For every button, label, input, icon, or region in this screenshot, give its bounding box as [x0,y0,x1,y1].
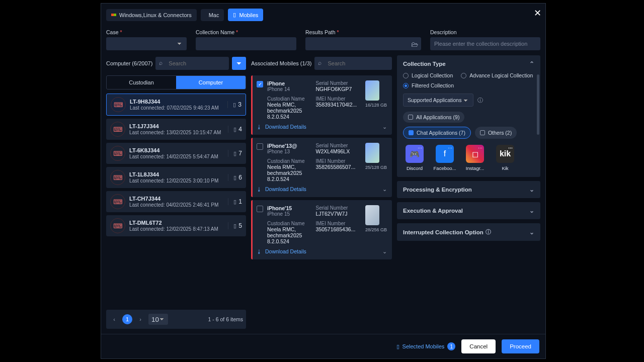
download-details-link[interactable]: ⭳Download Details ⌄ [257,248,387,254]
custodian-value: Neela RMC, bechmark2025 8.2.0.524 [267,226,312,244]
pager: ‹ 1 › 10 1 - 6 of 6 items [106,310,246,329]
computer-name: LT-6K8J344 [129,147,224,153]
computer-item[interactable]: ⌨ LT-1J7J344 Last connected: 13/02/2025 … [106,119,246,140]
serial-value: LJT62V7W7J [315,211,361,217]
mobile-item: ✓ iPhone iPhone 14 Serial Number NGHFO6K… [251,75,392,135]
modal-footer: ▯ Selected Mobiles 1 Cancel Proceed [101,334,545,358]
label-case: Case * [106,29,187,35]
collection-name-input[interactable] [196,37,296,50]
close-icon[interactable]: ✕ [534,8,541,19]
imei-value: 350571685436... [315,226,361,232]
mobile-model: iPhone 14 [267,86,312,92]
computer-header: Computer (6/2007) [106,60,152,66]
mobile-count: ▯4 [228,126,242,133]
computer-item[interactable]: ⌨ LT-6K8J344 Last connected: 14/02/2025 … [106,143,246,164]
info-icon[interactable]: ⓘ [477,97,483,104]
page-size-select[interactable]: 10 [148,314,168,325]
download-details-link[interactable]: ⭳Download Details ⌄ [257,124,387,130]
computer-date: Last connected: 13/02/2025 10:15:47 AM [129,129,224,136]
laptop-icon: ⌨ [110,146,125,161]
chip-all-apps[interactable]: All Applications (9) [403,112,464,123]
page-current[interactable]: 1 [122,314,132,324]
radio-filtered[interactable]: Filtered Collection [403,82,454,88]
tab-mobiles[interactable]: ▯ Mobiles [228,9,263,21]
mobile-checkbox[interactable] [257,206,263,212]
app-tile[interactable]: ⋯🎮 Discord [403,145,426,171]
execution-header[interactable]: Execution & Approval⌄ [397,202,540,219]
modal-frame: ✕ Windows,Linux & Connectors Mac ▯ Mobil… [101,3,546,359]
section-interrupted: Interrupted Collection Optionⓘ⌄ [397,223,540,241]
chevron-down-icon: ⌄ [529,207,534,214]
laptop-icon: ⌨ [111,97,126,112]
label-description: Description [430,29,540,35]
folder-icon[interactable]: 🗁 [411,40,418,48]
radio-advance[interactable]: Advance Logical Collection [461,72,533,78]
case-select[interactable] [106,37,187,50]
app-icon: ◻ [472,149,478,159]
mobile-checkbox[interactable]: ✓ [257,81,263,87]
computer-date: Last connected: 14/02/2025 5:54:47 AM [129,153,224,160]
mobile-icon: ▯ [233,199,236,205]
app-name: Discord [403,165,426,171]
segment-custodian[interactable]: Custodian [107,76,176,89]
supported-apps-select[interactable]: Supported Applications [403,94,473,107]
cancel-button[interactable]: Cancel [461,339,496,353]
download-icon: ⭳ [257,124,262,130]
app-tile[interactable]: ⋯kik Kik [494,145,517,171]
chevron-down-icon[interactable]: ⌄ [382,186,387,192]
app-name: Instagr... [463,165,487,171]
computer-item[interactable]: ⌨ LT-DML6T72 Last connected: 12/02/2025 … [106,215,246,236]
mobile-icon: ▯ [233,126,236,133]
section-processing: Processing & Encryption⌄ [397,181,540,198]
radio-logical[interactable]: Logical Collection [403,72,453,78]
chip-chat-apps[interactable]: Chat Applications (7) [403,127,471,139]
section-collection-type: Collection Type ⌃ Logical Collection Adv… [397,55,540,177]
imei-value: 35839341704I2... [315,102,361,108]
mobile-title: iPhone'13@ [267,143,312,149]
scrollbar-thumb[interactable] [537,74,539,135]
mobile-checkbox[interactable] [257,143,263,150]
computer-item[interactable]: ⌨ LT-CH7J344 Last connected: 04/02/2025 … [106,191,246,212]
chevron-down-icon[interactable]: ⌄ [382,248,387,254]
more-icon[interactable]: ⋯ [418,146,422,151]
chip-others[interactable]: Others (2) [475,127,517,139]
page-prev[interactable]: ‹ [109,314,119,324]
results-path-input[interactable] [305,37,421,50]
collection-type-header[interactable]: Collection Type ⌃ [397,55,540,72]
download-icon: ⭳ [257,186,262,192]
computer-item[interactable]: ⌨ LT-1L8J344 Last connected: 12/02/2025 … [106,167,246,188]
segment-computer[interactable]: Computer [176,76,246,89]
selected-mobiles-link[interactable]: ▯ Selected Mobiles 1 [396,342,456,350]
tab-label: Mobiles [239,12,258,18]
laptop-icon: ⌨ [110,122,125,137]
processing-header[interactable]: Processing & Encryption⌄ [397,181,540,198]
search-icon: ⌕ [159,59,163,66]
mobile-count: ▯7 [228,150,242,157]
tab-windows[interactable]: Windows,Linux & Connectors [106,9,197,21]
mobiles-search-input[interactable] [314,57,392,70]
proceed-button[interactable]: Proceed [502,339,539,353]
description-input[interactable] [430,37,540,50]
interrupted-header[interactable]: Interrupted Collection Optionⓘ⌄ [397,223,540,241]
imei-value: 358265586507... [315,164,361,170]
selected-count-badge: 1 [447,342,455,350]
chevron-down-icon: ⌄ [529,186,534,193]
storage-value: 16/128 GB [365,103,387,108]
more-icon[interactable]: ⋯ [508,146,513,151]
app-tile[interactable]: ⋯◻ Instagr... [463,145,487,171]
more-icon[interactable]: ⋯ [478,146,482,151]
tab-mac[interactable]: Mac [201,9,224,21]
mobile-item: iPhone'15 iPhone 15 Serial Number LJT62V… [251,200,392,259]
computer-item[interactable]: ⌨ LT-9H8J344 Last connected: 07/02/2025 … [106,94,246,116]
more-icon[interactable]: ⋯ [448,146,452,151]
chevron-down-icon[interactable]: ⌄ [382,124,387,130]
filter-button[interactable]: ⏷ [232,57,246,70]
computer-search-input[interactable] [155,57,229,70]
app-tile[interactable]: ⋯f Faceboo... [433,145,456,171]
computer-name: LT-CH7J344 [129,196,224,202]
mobile-icon: ▯ [396,343,399,350]
download-details-link[interactable]: ⭳Download Details ⌄ [257,186,387,192]
label-results-path: Results Path * [305,29,421,35]
custodian-value: Neela RMC, bechmark2025 8.2.0.524 [267,102,312,120]
page-next[interactable]: › [135,314,145,324]
